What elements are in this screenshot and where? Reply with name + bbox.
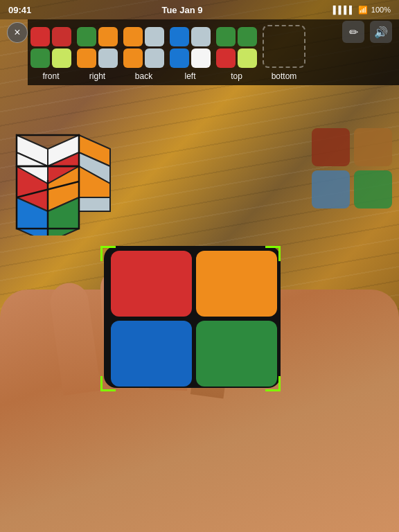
pencil-button[interactable]: ✏: [342, 21, 364, 43]
swatch-left-tr[interactable]: [191, 27, 211, 46]
swatch-bottom-empty[interactable]: [263, 25, 305, 68]
swatch-top-br[interactable]: [238, 48, 257, 68]
label-bottom: bottom: [272, 71, 297, 81]
swatch-group-bottom: bottom: [263, 25, 305, 81]
swatch-right-br[interactable]: [98, 48, 118, 68]
swatch-back-tr[interactable]: [145, 27, 164, 46]
svg-marker-11: [79, 197, 110, 211]
speaker-button[interactable]: 🔊: [370, 21, 392, 43]
swatch-group-back: back: [123, 27, 164, 81]
rubik-camera-cube: [100, 242, 284, 391]
swatch-right-bl[interactable]: [77, 48, 96, 68]
detected-swatch-2[interactable]: [354, 128, 392, 166]
swatch-top-tl[interactable]: [216, 27, 236, 46]
pencil-icon: ✏: [349, 26, 358, 39]
swatch-front-tl[interactable]: [30, 27, 50, 46]
swatch-right-tl[interactable]: [77, 27, 96, 46]
swatch-back-bl[interactable]: [123, 48, 143, 68]
swatch-left-br[interactable]: [191, 48, 211, 68]
swatch-left-bl[interactable]: [170, 48, 189, 68]
label-back: back: [135, 71, 152, 81]
svg-rect-18: [196, 251, 277, 317]
status-bar: 09:41 Tue Jan 9 ▌▌▌▌ 📶 100%: [0, 0, 399, 19]
wifi-icon: 📶: [358, 6, 368, 15]
swatch-top-tr[interactable]: [238, 27, 257, 46]
detected-swatch-1[interactable]: [312, 128, 350, 166]
swatch-group-right: right: [77, 27, 118, 81]
swatch-group-top: top: [216, 27, 257, 81]
status-time: 09:41: [8, 5, 31, 15]
swatch-left-tl[interactable]: [170, 27, 189, 46]
detected-swatch-4[interactable]: [354, 170, 392, 209]
close-button[interactable]: ×: [7, 22, 28, 43]
speaker-icon: 🔊: [374, 26, 388, 39]
label-top: top: [231, 71, 242, 81]
swatch-group-front: front: [30, 27, 71, 81]
swatch-front-br[interactable]: [52, 48, 71, 68]
detected-colors: [312, 128, 392, 209]
swatch-back-br[interactable]: [145, 48, 164, 68]
swatch-top-bl[interactable]: [216, 48, 236, 68]
signal-icon: ▌▌▌▌: [333, 6, 355, 14]
swatch-front-tr[interactable]: [52, 27, 71, 46]
swatch-right-tr[interactable]: [98, 27, 118, 46]
detected-swatch-3[interactable]: [312, 170, 350, 209]
label-left: left: [184, 71, 195, 81]
battery-label: 100%: [371, 6, 391, 14]
label-front: front: [42, 71, 59, 81]
svg-rect-19: [111, 321, 192, 387]
swatch-front-bl[interactable]: [30, 48, 50, 68]
svg-rect-20: [196, 321, 277, 387]
svg-rect-17: [111, 251, 192, 317]
label-right: right: [89, 71, 105, 81]
cube-preview: [10, 128, 117, 236]
swatch-group-left: left: [170, 27, 211, 81]
swatch-back-tl[interactable]: [123, 27, 143, 46]
top-right-buttons: ✏ 🔊: [342, 21, 392, 43]
status-date: Tue Jan 9: [161, 5, 202, 15]
